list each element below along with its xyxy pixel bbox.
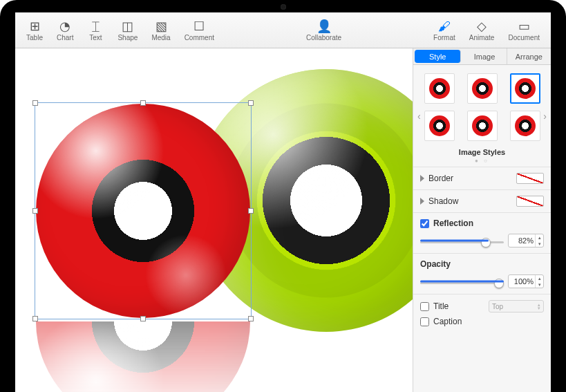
app-window: ⊞ Table ◔ Chart ⌶ Text ◫ Shape ▧ Media bbox=[15, 12, 551, 392]
title-position-dropdown[interactable]: Top ▴▾ bbox=[489, 300, 544, 312]
styles-page-dots[interactable]: ● ○ bbox=[416, 158, 548, 164]
style-preset-5[interactable] bbox=[467, 111, 498, 141]
toolbar-center-group: 👤 Collaborate bbox=[220, 18, 428, 43]
media-icon: ▧ bbox=[155, 19, 167, 33]
opacity-slider[interactable] bbox=[420, 282, 504, 284]
shadow-swatch[interactable] bbox=[516, 196, 544, 207]
shadow-disclosure[interactable]: Shadow bbox=[420, 196, 458, 206]
style-preset-4[interactable] bbox=[424, 111, 455, 141]
toolbar-media-button[interactable]: ▧ Media bbox=[146, 18, 176, 43]
animate-icon: ◇ bbox=[477, 19, 487, 33]
style-preset-2[interactable] bbox=[467, 73, 498, 104]
style-preset-1[interactable] bbox=[424, 73, 455, 104]
stepper-down-icon[interactable]: ▾ bbox=[536, 281, 543, 288]
reflection-stepper[interactable]: 82% ▴▾ bbox=[508, 234, 544, 248]
toolbar-document-button[interactable]: ▭ Document bbox=[502, 18, 545, 43]
image-styles-label: Image Styles bbox=[416, 148, 548, 156]
tab-arrange[interactable]: Arrange bbox=[507, 48, 551, 64]
toolbar-label: Comment bbox=[185, 34, 214, 41]
toolbar-label: Table bbox=[26, 34, 43, 41]
format-inspector: Style Image Arrange ‹ › Image S bbox=[413, 48, 551, 392]
document-icon: ▭ bbox=[518, 19, 530, 33]
image-styles-section: ‹ › Image Styles ● ○ bbox=[413, 65, 551, 167]
toolbar-label: Chart bbox=[57, 34, 73, 41]
slide-canvas[interactable] bbox=[15, 48, 413, 392]
toolbar-label: Animate bbox=[469, 34, 495, 41]
shadow-label: Shadow bbox=[428, 196, 458, 206]
style-preset-3[interactable] bbox=[510, 73, 540, 104]
chart-icon: ◔ bbox=[59, 19, 70, 33]
toolbar-chart-button[interactable]: ◔ Chart bbox=[51, 18, 79, 43]
opacity-value: 100% bbox=[509, 277, 535, 286]
red-wheel-reflection bbox=[36, 321, 250, 392]
stepper-up-icon[interactable]: ▴ bbox=[536, 234, 543, 241]
toolbar-label: Media bbox=[151, 34, 170, 41]
toolbar-collaborate-button[interactable]: 👤 Collaborate bbox=[301, 18, 347, 43]
title-checkbox[interactable] bbox=[420, 302, 429, 311]
toolbar-comment-button[interactable]: ☐ Comment bbox=[179, 18, 220, 43]
text-icon: ⌶ bbox=[92, 19, 100, 33]
toolbar-format-button[interactable]: 🖌 Format bbox=[428, 18, 461, 43]
laptop-camera bbox=[281, 4, 286, 10]
tab-style[interactable]: Style bbox=[415, 50, 461, 63]
caption-label: Caption bbox=[433, 317, 462, 326]
inspector-tabs: Style Image Arrange bbox=[413, 48, 551, 65]
style-preset-6[interactable] bbox=[510, 111, 540, 141]
styles-next-button[interactable]: › bbox=[540, 108, 549, 124]
red-wheel-image[interactable] bbox=[36, 104, 250, 318]
title-label: Title bbox=[433, 301, 449, 311]
reflection-value: 82% bbox=[509, 236, 535, 245]
chevron-right-icon bbox=[420, 198, 424, 205]
opacity-label: Opacity bbox=[420, 259, 544, 269]
opacity-section: Opacity 100% ▴▾ bbox=[413, 253, 551, 294]
toolbar-left-group: ⊞ Table ◔ Chart ⌶ Text ◫ Shape ▧ Media bbox=[21, 18, 220, 43]
reflection-checkbox[interactable] bbox=[420, 219, 429, 228]
styles-prev-button[interactable]: ‹ bbox=[415, 108, 424, 124]
border-swatch[interactable] bbox=[516, 173, 544, 184]
format-icon: 🖌 bbox=[438, 19, 451, 33]
border-label: Border bbox=[428, 174, 453, 183]
title-position-value: Top bbox=[492, 303, 503, 310]
toolbar-label: Shape bbox=[117, 34, 138, 41]
toolbar-right-group: 🖌 Format ◇ Animate ▭ Document bbox=[428, 18, 545, 43]
table-icon: ⊞ bbox=[30, 19, 40, 33]
toolbar-table-button[interactable]: ⊞ Table bbox=[21, 18, 48, 43]
toolbar-label: Collaborate bbox=[306, 34, 341, 41]
shadow-section: Shadow bbox=[413, 189, 551, 212]
toolbar-text-button[interactable]: ⌶ Text bbox=[82, 18, 109, 43]
caption-checkbox[interactable] bbox=[420, 317, 429, 326]
chevron-right-icon bbox=[420, 175, 424, 182]
title-caption-section: Title Top ▴▾ Caption bbox=[413, 294, 551, 332]
toolbar: ⊞ Table ◔ Chart ⌶ Text ◫ Shape ▧ Media bbox=[15, 12, 551, 48]
border-section: Border bbox=[413, 167, 551, 189]
tab-image[interactable]: Image bbox=[462, 48, 507, 64]
toolbar-label: Text bbox=[89, 34, 102, 41]
toolbar-label: Format bbox=[433, 34, 455, 41]
toolbar-shape-button[interactable]: ◫ Shape bbox=[112, 18, 143, 43]
collaborate-icon: 👤 bbox=[317, 19, 332, 33]
reflection-label: Reflection bbox=[433, 218, 473, 228]
border-disclosure[interactable]: Border bbox=[420, 174, 453, 183]
shape-icon: ◫ bbox=[122, 19, 133, 33]
comment-icon: ☐ bbox=[194, 19, 205, 33]
reflection-slider[interactable] bbox=[420, 241, 504, 243]
stepper-down-icon[interactable]: ▾ bbox=[536, 241, 543, 247]
reflection-section: Reflection 82% ▴▾ bbox=[413, 212, 551, 253]
toolbar-animate-button[interactable]: ◇ Animate bbox=[464, 18, 500, 43]
opacity-stepper[interactable]: 100% ▴▾ bbox=[508, 274, 544, 288]
toolbar-label: Document bbox=[508, 34, 540, 41]
stepper-up-icon[interactable]: ▴ bbox=[536, 275, 543, 281]
